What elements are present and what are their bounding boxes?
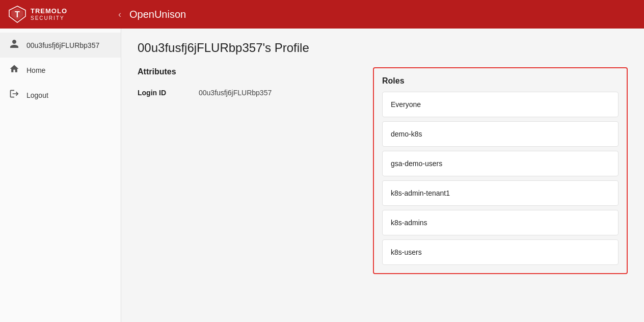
role-card-k8s-users: k8s-users [382, 239, 619, 265]
sidebar-toggle-button[interactable]: ‹ [118, 9, 121, 20]
attribute-value-login-id: 00u3fusfj6jFLURbp357 [199, 89, 272, 97]
attribute-row-login-id: Login ID 00u3fusfj6jFLURbp357 [138, 85, 361, 101]
role-card-demo-k8s: demo-k8s [382, 121, 619, 147]
role-card-k8s-admins: k8s-admins [382, 210, 619, 235]
roles-section: Roles Everyone demo-k8s gsa-demo-users k… [373, 67, 628, 274]
roles-heading: Roles [382, 76, 619, 86]
sidebar-user-label: 00u3fusfj6jFLURbp357 [26, 41, 99, 49]
app-title: OpenUnison [129, 9, 636, 20]
top-header: T TREMOLO SECURITY ‹ OpenUnison [0, 0, 644, 29]
role-card-gsa-demo-users: gsa-demo-users [382, 151, 619, 176]
sidebar-home-label: Home [26, 66, 45, 74]
logo-security: SECURITY [31, 15, 67, 21]
attributes-heading: Attributes [138, 67, 361, 76]
sidebar-item-logout[interactable]: Logout [0, 83, 121, 108]
role-card-k8s-admin-tenant1: k8s-admin-tenant1 [382, 180, 619, 206]
sidebar-logout-label: Logout [26, 91, 48, 99]
logo: T TREMOLO SECURITY ‹ [8, 5, 129, 23]
logo-shield-icon: T [8, 5, 26, 23]
logo-tremolo: TREMOLO [31, 8, 67, 15]
user-icon [8, 39, 20, 51]
page-title: 00u3fusfj6jFLURbp357's Profile [138, 41, 628, 55]
svg-text:T: T [15, 10, 20, 19]
attributes-section: Attributes Login ID 00u3fusfj6jFLURbp357 [138, 67, 361, 274]
role-card-everyone: Everyone [382, 92, 619, 117]
sidebar: 00u3fusfj6jFLURbp357 Home Logout [0, 29, 121, 322]
home-icon [8, 64, 20, 76]
sidebar-item-user[interactable]: 00u3fusfj6jFLURbp357 [0, 33, 121, 58]
main-layout: 00u3fusfj6jFLURbp357 Home Logout 00u3fus… [0, 29, 644, 322]
sidebar-item-home[interactable]: Home [0, 58, 121, 83]
logout-icon [8, 89, 20, 101]
logo-text: TREMOLO SECURITY [31, 8, 67, 20]
attribute-label-login-id: Login ID [138, 89, 199, 97]
content-area: 00u3fusfj6jFLURbp357's Profile Attribute… [121, 29, 644, 322]
profile-layout: Attributes Login ID 00u3fusfj6jFLURbp357… [138, 67, 628, 274]
